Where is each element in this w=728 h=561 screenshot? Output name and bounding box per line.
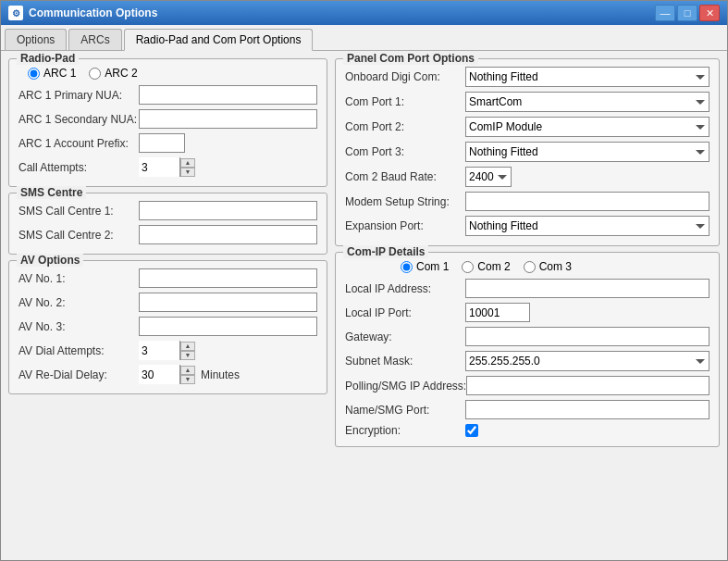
av-no-3-row: AV No. 3:	[19, 317, 317, 336]
local-ip-address-label: Local IP Address:	[345, 282, 465, 295]
call-attempts-decrement[interactable]: ▼	[180, 168, 195, 177]
av-redial-delay-increment[interactable]: ▲	[180, 366, 195, 375]
radio-pad-label: Radio-Pad	[17, 52, 79, 65]
av-no-2-input[interactable]	[139, 293, 317, 312]
gateway-input[interactable]	[465, 327, 709, 346]
subnet-mask-label: Subnet Mask:	[345, 355, 465, 368]
av-dial-attempts-input[interactable]	[139, 341, 180, 360]
subnet-mask-row: Subnet Mask: 255.0.0.0 255.255.0.0 255.2…	[345, 351, 709, 371]
main-window: ⚙ Communication Options — □ ✕ Options AR…	[0, 0, 728, 561]
arc1-radio-item[interactable]: ARC 1	[28, 67, 76, 80]
encryption-row: Encryption:	[345, 424, 709, 437]
tab-radio-pad[interactable]: Radio-Pad and Com Port Options	[124, 29, 314, 51]
radio-pad-group: Radio-Pad ARC 1 ARC 2 ARC 1 Primary NUA:	[8, 58, 327, 187]
com-ip-radio-group: Com 1 Com 2 Com 3	[345, 260, 709, 273]
arc2-radio[interactable]	[89, 68, 101, 80]
arc1-primary-nua-row: ARC 1 Primary NUA:	[19, 85, 317, 105]
minutes-label: Minutes	[201, 368, 240, 381]
com2-baud-rate-row: Com 2 Baud Rate: 1200 2400 4800 9600	[345, 167, 709, 187]
av-dial-attempts-spinner-btns: ▲ ▼	[180, 342, 195, 360]
call-attempts-label: Call Attempts:	[19, 161, 139, 174]
com-port-3-row: Com Port 3: Nothing Fitted SmartCom ComI…	[345, 142, 709, 162]
av-no-3-input[interactable]	[139, 317, 317, 336]
name-smg-port-input[interactable]	[465, 400, 709, 419]
com1-radio[interactable]	[401, 261, 413, 273]
local-ip-address-row: Local IP Address:	[345, 279, 709, 298]
av-dial-attempts-decrement[interactable]: ▼	[180, 351, 195, 360]
close-button[interactable]: ✕	[699, 5, 720, 21]
panel-com-port-label: Panel Com Port Options	[343, 52, 478, 65]
title-bar: ⚙ Communication Options — □ ✕	[1, 1, 727, 25]
left-panel: Radio-Pad ARC 1 ARC 2 ARC 1 Primary NUA:	[8, 58, 327, 553]
subnet-mask-select[interactable]: 255.0.0.0 255.255.0.0 255.255.255.0	[465, 351, 709, 371]
encryption-label: Encryption:	[345, 424, 465, 437]
com2-radio-label: Com 2	[477, 260, 510, 273]
sms-call-centre-1-label: SMS Call Centre 1:	[19, 205, 139, 218]
com-port-3-label: Com Port 3:	[345, 145, 465, 158]
av-redial-delay-decrement[interactable]: ▼	[180, 375, 195, 384]
polling-smg-ip-row: Polling/SMG IP Address:	[345, 376, 709, 395]
arc1-radio[interactable]	[28, 68, 40, 80]
modem-setup-string-row: Modem Setup String:	[345, 192, 709, 211]
polling-smg-ip-input[interactable]	[466, 376, 709, 395]
call-attempts-spinner-btns: ▲ ▼	[180, 158, 195, 177]
call-attempts-input[interactable]	[139, 157, 180, 177]
com-port-3-select[interactable]: Nothing Fitted SmartCom ComIP Module	[465, 142, 709, 162]
com-ip-details-label: Com-IP Details	[343, 245, 428, 258]
expansion-port-select[interactable]: Nothing Fitted SmartCom ComIP Module	[465, 216, 709, 236]
call-attempts-increment[interactable]: ▲	[180, 158, 195, 168]
av-redial-delay-label: AV Re-Dial Delay:	[19, 368, 139, 381]
local-ip-port-row: Local IP Port:	[345, 303, 709, 322]
av-redial-delay-spinner: ▲ ▼	[139, 365, 195, 384]
minimize-button[interactable]: —	[655, 5, 675, 21]
tabs-bar: Options ARCs Radio-Pad and Com Port Opti…	[1, 25, 727, 51]
local-ip-port-input[interactable]	[465, 303, 530, 322]
com3-radio-item[interactable]: Com 3	[524, 260, 572, 273]
arc1-radio-label: ARC 1	[43, 67, 76, 80]
arc1-primary-nua-input[interactable]	[139, 85, 317, 105]
com2-radio[interactable]	[462, 261, 474, 273]
arc1-secondary-nua-row: ARC 1 Secondary NUA:	[19, 109, 317, 129]
call-attempts-spinner: ▲ ▼	[139, 157, 195, 177]
modem-setup-string-input[interactable]	[465, 192, 709, 211]
arc1-account-prefix-input[interactable]	[139, 133, 185, 153]
arc2-radio-item[interactable]: ARC 2	[89, 67, 137, 80]
av-redial-delay-input[interactable]	[139, 365, 180, 384]
arc1-secondary-nua-input[interactable]	[139, 109, 317, 129]
window-title: Communication Options	[29, 6, 157, 19]
av-no-1-input[interactable]	[139, 268, 317, 288]
onboard-digi-com-row: Onboard Digi Com: Nothing Fitted SmartCo…	[345, 67, 709, 87]
encryption-checkbox-wrapper	[465, 424, 478, 437]
sms-call-centre-2-input[interactable]	[139, 225, 317, 244]
title-controls: — □ ✕	[655, 5, 720, 21]
tab-arcs[interactable]: ARCs	[68, 29, 121, 50]
com-port-2-select[interactable]: Nothing Fitted SmartCom ComIP Module	[465, 117, 709, 137]
sms-call-centre-1-input[interactable]	[139, 201, 317, 220]
com2-radio-item[interactable]: Com 2	[462, 260, 510, 273]
av-no-2-row: AV No. 2:	[19, 293, 317, 312]
av-dial-attempts-increment[interactable]: ▲	[180, 342, 195, 351]
tab-options[interactable]: Options	[5, 29, 67, 50]
com1-radio-item[interactable]: Com 1	[401, 260, 449, 273]
com3-radio[interactable]	[524, 261, 536, 273]
name-smg-port-row: Name/SMG Port:	[345, 400, 709, 419]
encryption-checkbox[interactable]	[465, 424, 478, 437]
arc-radio-group: ARC 1 ARC 2	[19, 67, 317, 80]
av-no-1-label: AV No. 1:	[19, 272, 139, 285]
maximize-button[interactable]: □	[677, 5, 697, 21]
onboard-digi-com-select[interactable]: Nothing Fitted SmartCom ComIP Module	[465, 67, 709, 87]
sms-call-centre-2-label: SMS Call Centre 2:	[19, 229, 139, 242]
arc1-secondary-nua-label: ARC 1 Secondary NUA:	[19, 113, 139, 126]
av-no-1-row: AV No. 1:	[19, 268, 317, 288]
modem-setup-string-label: Modem Setup String:	[345, 195, 465, 208]
polling-smg-ip-label: Polling/SMG IP Address:	[345, 380, 466, 393]
name-smg-port-label: Name/SMG Port:	[345, 404, 465, 417]
av-dial-attempts-label: AV Dial Attempts:	[19, 344, 139, 357]
com-port-1-label: Com Port 1:	[345, 95, 465, 108]
com2-baud-rate-label: Com 2 Baud Rate:	[345, 170, 465, 183]
com2-baud-rate-select[interactable]: 1200 2400 4800 9600	[465, 167, 512, 187]
sms-centre-label: SMS Centre	[17, 186, 86, 199]
com-port-1-select[interactable]: Nothing Fitted SmartCom ComIP Module	[465, 92, 709, 112]
local-ip-address-input[interactable]	[465, 279, 709, 298]
com-ip-details-group: Com-IP Details Com 1 Com 2 Com 3	[335, 252, 720, 447]
